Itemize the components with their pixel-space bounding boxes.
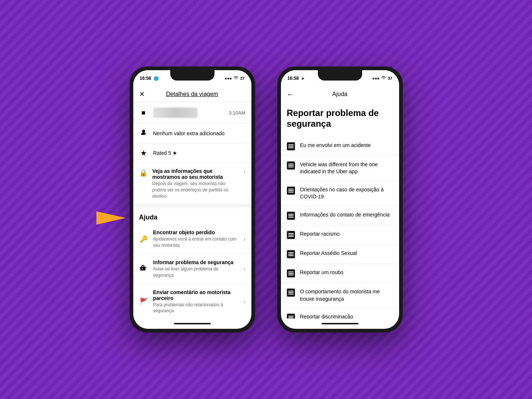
signal-right-icon: ●●●: [372, 76, 380, 81]
arrow-annotation: [96, 211, 126, 225]
section-title-help: Ajuda: [133, 208, 251, 224]
battery-icon: 37: [240, 76, 244, 81]
driver-info-title: Veja as informações que mostramos ao seu…: [152, 168, 238, 180]
lost-item-title: Encontrar objeto perdido: [153, 229, 238, 235]
home-indicator-left: [133, 318, 251, 329]
help-item-racism-text: Reportar racismo: [300, 231, 340, 238]
status-bar-right: 16:58 ➤ ●●● 37: [281, 70, 399, 86]
signal-icon: ●●●: [224, 76, 232, 81]
status-icons-left: ●●● 37: [224, 76, 244, 81]
status-bar-left: 16:58 ⬤ ●●● 37: [133, 70, 251, 86]
help-item-accident-icon: [287, 142, 295, 150]
security-title: Informar problema de segurança: [153, 259, 238, 265]
lost-item-icon: 🔑: [139, 235, 148, 243]
help-item-discrimination-text: Reportar discriminação: [300, 313, 353, 318]
driver-info-content: Veja as informações que mostramos ao seu…: [152, 168, 238, 199]
rated-row: ★ Rated 5 ★: [133, 143, 251, 163]
app-header-right: ← Ajuda: [281, 86, 399, 102]
help-item-behavior-text: O comportamento do motorista me trouxe i…: [300, 288, 393, 303]
chevron-lost-icon: ›: [244, 236, 246, 242]
help-item-robbery-icon: [287, 269, 295, 277]
section-divider: [133, 205, 251, 208]
security-content: Informar problema de segurança Avise se …: [153, 259, 238, 279]
help-item-accident-text: Eu me envolvi em um acidente: [300, 142, 371, 149]
star-icon: ★: [139, 149, 148, 157]
driver-info-row[interactable]: 🔒 Veja as informações que mostramos ao s…: [133, 163, 251, 205]
app-header-left: ✕ Detalhes da viagem: [133, 86, 251, 102]
rated-label: Rated 5 ★: [153, 150, 178, 156]
status-icons-right: ●●● 37: [372, 76, 392, 81]
help-item-covid[interactable]: Orientações no caso de exposição à COVID…: [281, 181, 399, 206]
home-indicator-right: [281, 318, 399, 329]
no-extra-row: Nenhum valor extra adicionado: [133, 123, 251, 143]
help-item-robbery-text: Reportar um roubo: [300, 269, 344, 276]
help-item-racism-icon: [287, 231, 295, 239]
chevron-security-icon: ›: [244, 266, 246, 272]
trip-icon: ■: [139, 109, 148, 117]
help-item-vehicle-icon: [287, 161, 295, 170]
trip-content: [153, 108, 224, 118]
help-item-covid-icon: [287, 187, 295, 195]
back-button-right[interactable]: ←: [287, 90, 294, 99]
help-item-discrimination-icon: [287, 314, 295, 318]
trip-row: ■ 3:10AM: [133, 102, 251, 123]
close-button-left[interactable]: ✕: [139, 90, 145, 98]
help-item-discrimination[interactable]: Reportar discriminação: [281, 308, 399, 318]
help-item-emergency-text: Informações do contato de emergência: [300, 211, 390, 219]
wifi-right-icon: [381, 76, 386, 81]
phone-left: 16:58 ⬤ ●●● 37 ✕ Detalhes da viagem: [130, 66, 255, 332]
chevron-right-icon: ›: [244, 168, 246, 174]
comment-icon: 🚩: [139, 297, 148, 306]
security-subtitle: Avise se tiver algum problema de seguran…: [153, 266, 238, 279]
lost-item-subtitle: Ajudaremos você a entrar em contato com …: [153, 236, 238, 249]
help-item-behavior-icon: [287, 289, 295, 297]
blurred-address: [153, 108, 198, 118]
help-item-covid-text: Orientações no caso de exposição à COVID…: [300, 186, 393, 201]
help-item-emergency[interactable]: Informações do contato de emergência: [281, 206, 399, 225]
header-title-left: Detalhes da viagem: [166, 91, 218, 98]
svg-rect-2: [142, 265, 144, 267]
no-extra-icon: [139, 129, 148, 138]
help-item-vehicle[interactable]: Vehicle was different from the one indic…: [281, 156, 399, 181]
help-item-robbery[interactable]: Reportar um roubo: [281, 264, 399, 283]
page-title: Reportar problema de segurança: [287, 108, 393, 129]
left-screen-content: ■ 3:10AM Nenhum valor extra adicionado: [133, 102, 251, 318]
driver-info-subtitle: Depois da viagem, seu motorista não pode…: [152, 181, 238, 199]
help-item-sexual[interactable]: Reportar Assédio Sexual: [281, 245, 399, 264]
lock-icon: 🔒: [139, 169, 147, 177]
help-item-sexual-icon: [287, 250, 295, 258]
no-extra-label: Nenhum valor extra adicionado: [153, 130, 225, 136]
help-item-sexual-text: Reportar Assédio Sexual: [300, 250, 357, 257]
chevron-comment-icon: ›: [244, 299, 246, 304]
status-time-left: 16:58 ⬤: [140, 76, 159, 81]
comment-title: Enviar comentário ao motorista parceiro: [153, 289, 238, 301]
comment-row[interactable]: 🚩 Enviar comentário ao motorista parceir…: [133, 284, 251, 318]
svg-text:✎: ✎: [141, 268, 143, 270]
comment-subtitle: Para problemas não relacionados à segura…: [153, 302, 238, 314]
page-title-container: Reportar problema de segurança: [281, 102, 399, 137]
help-item-racism[interactable]: Reportar racismo: [281, 225, 399, 245]
phone-right: 16:58 ➤ ●●● 37 ← Ajuda: [277, 66, 403, 332]
svg-point-0: [142, 130, 145, 133]
lost-item-content: Encontrar objeto perdido Ajudaremos você…: [153, 229, 238, 249]
wifi-icon: [233, 76, 238, 81]
help-item-behavior[interactable]: O comportamento do motorista me trouxe i…: [281, 283, 399, 308]
battery-right-icon: 37: [388, 76, 392, 81]
lost-item-row[interactable]: 🔑 Encontrar objeto perdido Ajudaremos vo…: [133, 224, 251, 254]
trip-time: 3:10AM: [229, 110, 246, 116]
comment-content: Enviar comentário ao motorista parceiro …: [153, 289, 238, 314]
header-title-right: Ajuda: [332, 91, 347, 98]
status-time-right: 16:58 ➤: [288, 76, 305, 81]
security-problem-row[interactable]: ✎ Informar problema de segurança Avise s…: [133, 254, 251, 284]
security-icon: ✎: [139, 264, 148, 274]
right-screen-content: Reportar problema de segurança Eu me env…: [281, 102, 399, 318]
help-item-accident[interactable]: Eu me envolvi em um acidente: [281, 137, 399, 156]
help-item-emergency-icon: [287, 212, 295, 220]
help-item-vehicle-text: Vehicle was different from the one indic…: [300, 161, 393, 175]
